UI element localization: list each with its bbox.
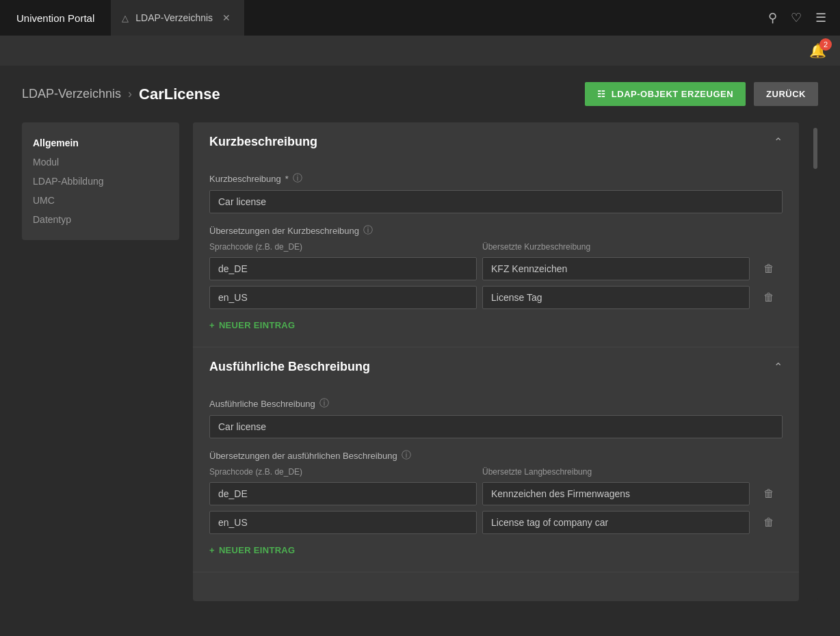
kurzbeschreibung-translations-label: Übersetzungen der Kurzbeschreibung ⓘ [209,224,783,237]
kurzbeschreibung-body: Kurzbeschreibung * ⓘ Übersetzungen der K… [193,161,799,347]
kurzbeschreibung-lang-input-1[interactable] [209,286,477,309]
sidebar-item-datentyp[interactable]: Datentyp [33,210,168,229]
plus-icon: + [209,545,215,555]
ausfuehrliche-toggle[interactable]: ⌃ [774,360,783,373]
kurzbeschreibung-title: Kurzbeschreibung [209,135,317,149]
translation-row: 🗑 [209,511,783,534]
topbar-right: ⚲ ♡ ☰ [768,10,840,25]
ausfuehrliche-section: Ausführliche Beschreibung ⌃ Ausführliche… [193,347,799,572]
ausfuehrliche-delete-0[interactable]: 🗑 [755,485,783,503]
ausfuehrliche-help-icon[interactable]: ⓘ [319,397,329,410]
ausfuehrliche-translations-header: Sprachcode (z.B. de_DE) Übersetzte Langb… [209,467,783,482]
form-panel: Kurzbeschreibung ⌃ Kurzbeschreibung * ⓘ … [193,122,799,601]
search-icon[interactable]: ⚲ [768,10,777,25]
kurzbeschreibung-delete-1[interactable]: 🗑 [755,289,783,306]
ausfuehrliche-translations: Übersetzungen der ausführlichen Beschrei… [209,449,783,555]
kurzbeschreibung-add-entry-button[interactable]: + NEUER EINTRAG [209,315,295,330]
required-star: * [285,174,289,184]
menu-icon[interactable]: ☰ [815,10,826,25]
breadcrumb-current: CarLicense [139,85,220,103]
kurzbeschreibung-section: Kurzbeschreibung ⌃ Kurzbeschreibung * ⓘ … [193,122,799,347]
breadcrumb-parent[interactable]: LDAP-Verzeichnis [22,87,121,101]
ausfuehrliche-field-label: Ausführliche Beschreibung ⓘ [209,397,783,410]
kurzbeschreibung-value-input-0[interactable] [482,257,750,280]
ausfuehrliche-lang-input-1[interactable] [209,511,477,534]
ausfuehrliche-col2-header: Übersetzte Langbeschreibung [482,467,750,477]
create-icon: ☷ [597,89,606,99]
kurzbeschreibung-delete-0[interactable]: 🗑 [755,260,783,278]
topbar: Univention Portal △ LDAP-Verzeichnis ✕ ⚲… [0,0,840,36]
back-button[interactable]: ZURÜCK [754,82,818,106]
ausfuehrliche-delete-1[interactable]: 🗑 [755,514,783,531]
kurzbeschreibung-field-label: Kurzbeschreibung * ⓘ [209,172,783,185]
kurzbeschreibung-input[interactable] [209,190,783,213]
notification-badge: 2 [819,38,832,51]
kurzbeschreibung-translations-help-icon[interactable]: ⓘ [363,224,373,237]
tab-close-button[interactable]: ✕ [220,11,233,25]
app-title: Univention Portal [0,0,111,36]
content-layout: Allgemein Modul LDAP-Abbildung UMC Daten… [22,122,818,601]
kurzbeschreibung-translations: Übersetzungen der Kurzbeschreibung ⓘ Spr… [209,224,783,330]
topbar-left: Univention Portal △ LDAP-Verzeichnis ✕ [0,0,244,36]
create-ldap-object-button[interactable]: ☷ LDAP-OBJEKT ERZEUGEN [585,82,746,106]
breadcrumb-separator: › [128,87,132,101]
ausfuehrliche-col1-header: Sprachcode (z.B. de_DE) [209,467,477,477]
breadcrumb-actions: ☷ LDAP-OBJEKT ERZEUGEN ZURÜCK [585,82,818,106]
tab-icon: △ [122,13,129,23]
ausfuehrliche-add-entry-button[interactable]: + NEUER EINTRAG [209,540,295,555]
translation-row: 🗑 [209,482,783,505]
notification-bell[interactable]: 🔔 2 [809,42,826,59]
sidebar: Allgemein Modul LDAP-Abbildung UMC Daten… [22,122,179,240]
active-tab[interactable]: △ LDAP-Verzeichnis ✕ [111,0,244,36]
kurzbeschreibung-value-input-1[interactable] [482,286,750,309]
sidebar-item-modul[interactable]: Modul [33,153,168,172]
kurzbeschreibung-col2-header: Übersetzte Kurzbeschreibung [482,242,750,252]
ausfuehrliche-input[interactable] [209,415,783,438]
kurzbeschreibung-header: Kurzbeschreibung ⌃ [193,122,799,161]
ausfuehrliche-value-input-0[interactable] [482,482,750,505]
kurzbeschreibung-help-icon[interactable]: ⓘ [293,172,302,185]
sidebar-item-umc[interactable]: UMC [33,191,168,210]
notification-bar: 🔔 2 [0,36,840,66]
ausfuehrliche-value-input-1[interactable] [482,511,750,534]
kurzbeschreibung-col1-header: Sprachcode (z.B. de_DE) [209,242,477,252]
ausfuehrliche-title: Ausführliche Beschreibung [209,360,370,374]
ausfuehrliche-lang-input-0[interactable] [209,482,477,505]
kurzbeschreibung-toggle[interactable]: ⌃ [774,135,783,148]
main-content: LDAP-Verzeichnis › CarLicense ☷ LDAP-OBJ… [0,66,840,618]
kurzbeschreibung-translations-header: Sprachcode (z.B. de_DE) Übersetzte Kurzb… [209,242,783,257]
ausfuehrliche-translations-help-icon[interactable]: ⓘ [402,449,411,462]
bell-icon[interactable]: ♡ [791,10,802,25]
plus-icon: + [209,320,215,330]
translation-row: 🗑 [209,257,783,280]
breadcrumb: LDAP-Verzeichnis › CarLicense ☷ LDAP-OBJ… [22,82,818,106]
translation-row: 🗑 [209,286,783,309]
kurzbeschreibung-lang-input-0[interactable] [209,257,477,280]
tab-label: LDAP-Verzeichnis [135,12,213,23]
sidebar-item-allgemein[interactable]: Allgemein [33,133,168,153]
ausfuehrliche-translations-label: Übersetzungen der ausführlichen Beschrei… [209,449,783,462]
ausfuehrliche-body: Ausführliche Beschreibung ⓘ Übersetzunge… [193,386,799,572]
ausfuehrliche-header: Ausführliche Beschreibung ⌃ [193,347,799,386]
scrollbar[interactable] [813,122,818,601]
sidebar-item-ldap-abbildung[interactable]: LDAP-Abbildung [33,172,168,191]
